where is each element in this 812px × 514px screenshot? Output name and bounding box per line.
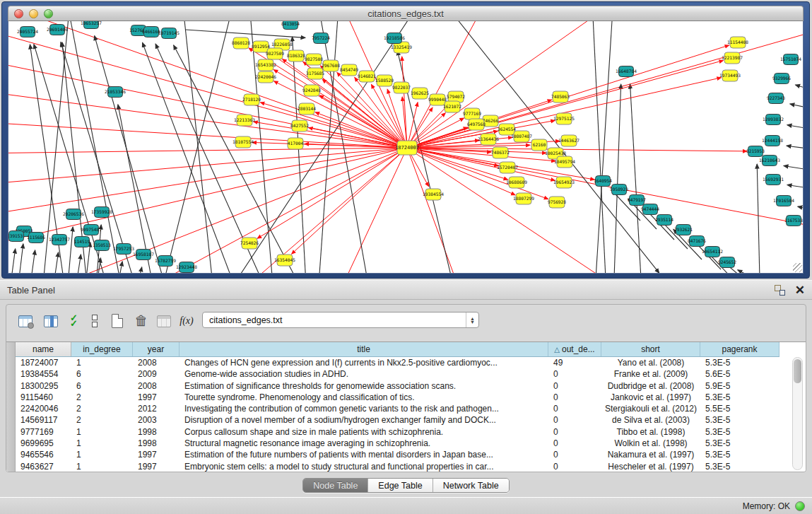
column-header-out-de-[interactable]: △out_de... [548,342,601,356]
table-cell: Estimation of the future numbers of pati… [180,449,548,460]
graph-node-label: 18724007 [395,145,419,151]
table-cell: Structural magnetic resonance image aver… [180,438,548,449]
table-row[interactable]: 977716911998Corpus callosum shape and si… [16,426,779,438]
float-panel-icon[interactable] [775,285,785,296]
unselect-all-icon[interactable] [86,312,104,330]
show-columns-icon[interactable] [42,312,60,330]
table-row[interactable]: 946362711997Embryonic stem cells: a mode… [16,461,779,472]
new-column-icon[interactable] [108,312,126,330]
graph-node-label: 7957224 [312,35,330,40]
graph-edge [68,227,73,274]
table-cell: 19384554 [16,368,71,380]
table-cell: Wolkin et al. (1998) [601,438,700,449]
table-cell: 1998 [133,438,180,449]
delete-column-icon[interactable]: 🗑 [132,312,151,330]
graph-node-label: 12444158 [762,138,783,143]
table-cell: 1 [71,357,133,368]
graph-node-label: 9827508 [305,57,323,62]
graph-node-label: 17016504 [773,198,794,203]
table-row[interactable]: 1830029562008Estimation of significance … [16,380,779,392]
table-cell: Franke et al. (2009) [601,368,700,380]
graph-node-label: 12213987 [722,55,743,60]
table-cell: Estimation of significance thresholds fo… [180,380,548,392]
table-tabs-bar: Node Table Edge Table Network Table [0,475,812,495]
table-row[interactable]: 911546021997Tourette syndrome. Phenomeno… [16,392,779,403]
resize-grip-icon[interactable] [793,263,802,272]
scrollbar-thumb[interactable] [794,359,801,383]
table-cell: 6 [71,380,133,392]
table-cell: 1998 [133,426,180,438]
column-header-pagerank[interactable]: pagerank [700,342,779,356]
table-cell: 5.6E-5 [700,368,779,380]
graph-edge [796,85,804,90]
graph-node-label: 8860128 [232,40,250,45]
graph-node-label: 1167533 [784,218,803,223]
table-row[interactable]: 2242004622012Investigating the contribut… [16,403,779,414]
table-cell: 2008 [133,357,180,368]
table-cell: Tibbo et al. (1998) [601,426,700,438]
graph-node-label: 16958107 [133,252,154,257]
graph-node-label: 62160 [533,142,546,147]
graph-node-label: 8454749 [340,67,358,72]
graph-node-label: 1588520 [375,78,394,83]
graph-node-label: 24055724 [17,29,38,34]
graph-node-label: 8186328 [287,53,305,58]
table-row[interactable]: 969969511998Structural magnetic resonanc… [16,438,779,449]
column-header-title[interactable]: title [180,342,548,356]
table-cell: 9465546 [16,449,71,460]
column-header-short[interactable]: short [601,342,700,356]
graph-node-label: 2803144 [298,106,316,111]
function-builder-icon[interactable]: f(x) [177,312,196,330]
table-cell: 2012 [133,403,180,414]
graph-edge [787,125,804,129]
table-cell: 0 [548,403,601,414]
select-all-icon[interactable]: ✓✓ [64,312,83,330]
tab-node-table[interactable]: Node Table [303,479,367,492]
table-cell: 0 [548,380,601,392]
memory-status-icon[interactable] [795,501,805,511]
column-header-year[interactable]: year [133,342,180,356]
graph-edge [738,270,765,274]
table-cell: 5.3E-5 [700,392,779,403]
table-cell: 0 [548,414,601,426]
close-panel-icon[interactable]: ✕ [795,285,805,296]
table-selector-dropdown[interactable]: citations_edges.txt ▲▼ [202,312,479,328]
graph-node-label: 12213363 [234,117,255,122]
table-cell: Embryonic stem cells: a model to study s… [180,461,548,472]
graph-node-label: 1115686 [27,235,45,240]
window-titlebar[interactable]: citations_edges.txt [8,6,804,21]
table-cell: 0 [548,368,601,380]
table-cell: Nakamura et al. (1997) [601,449,700,460]
table-cell: 9699695 [16,438,71,449]
graph-node-label: 6497568 [467,122,486,127]
dropdown-arrows-icon: ▲▼ [466,313,478,327]
graph-node-label: 12093832 [763,117,784,122]
table-cell: Changes of HCN gene expression and I(f) … [180,357,548,368]
vertical-scrollbar[interactable] [792,357,803,470]
table-cell: 14569117 [16,414,71,426]
graph-edge [630,84,641,274]
graph-edge [784,166,804,170]
graph-node-label: 7486372 [491,150,510,155]
graph-node-label: 417004 [288,141,304,146]
tab-network-table[interactable]: Network Table [433,479,509,492]
graph-node-label: 9777169 [463,111,481,116]
graph-node-label: 22420046 [255,74,276,79]
table-cell: 5.9E-5 [700,380,779,392]
delete-table-icon[interactable] [155,312,173,330]
tab-edge-table[interactable]: Edge Table [367,479,432,492]
column-header-name[interactable]: name [16,342,71,356]
graph-node-label: 21364436 [478,136,499,141]
column-header-in-degree[interactable]: in_degree [71,342,133,356]
table-row[interactable]: 1872400712008Changes of HCN gene express… [16,357,779,368]
table-mode-icon[interactable] [16,312,35,330]
graph-node-label: 1350513 [93,243,111,247]
table-cell: 49 [548,357,601,368]
graph-edge [54,252,59,274]
graph-node-label: 18495794 [554,159,575,164]
table-row[interactable]: 1456911722003Disruption of a novel membe… [16,414,779,426]
table-row[interactable]: 946554611997Estimation of the future num… [16,449,779,460]
table-row[interactable]: 1938455462009Genome-wide association stu… [16,368,779,380]
table-cell: 5.3E-5 [700,357,779,368]
network-canvas[interactable]: 8860128891295418226058982750981863289827… [8,21,804,274]
